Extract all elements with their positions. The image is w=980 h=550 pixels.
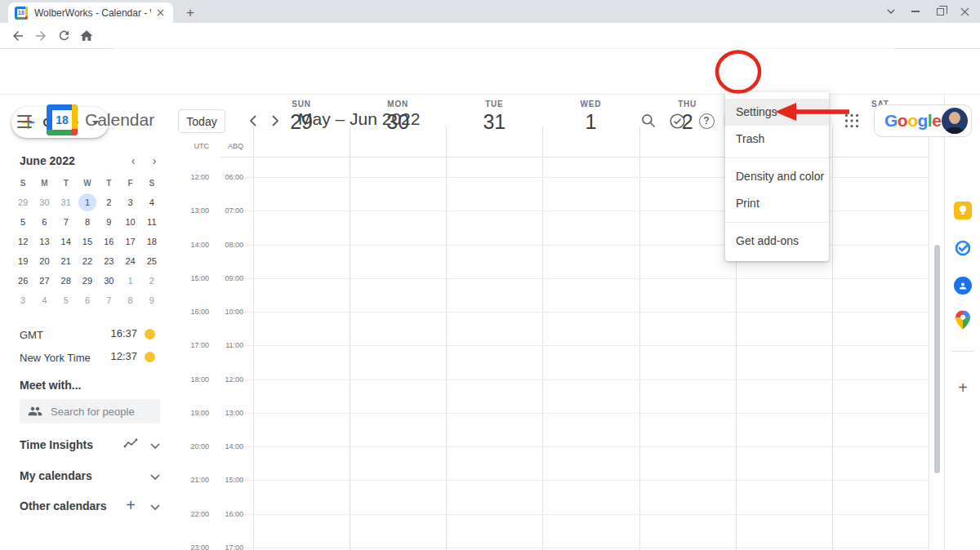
- window-close-button[interactable]: [952, 0, 977, 23]
- side-panel: + ›: [944, 95, 980, 550]
- minical-day[interactable]: 29: [12, 193, 33, 212]
- minical-day[interactable]: 25: [141, 251, 163, 271]
- menu-item-print[interactable]: Print: [725, 190, 829, 217]
- restore-button[interactable]: [928, 0, 952, 23]
- minical-next-icon[interactable]: ›: [148, 154, 161, 167]
- minical-day[interactable]: 11: [141, 212, 163, 232]
- minical-day[interactable]: 8: [119, 291, 140, 310]
- minical-day[interactable]: 29: [77, 271, 98, 291]
- minical-day[interactable]: 17: [119, 232, 140, 251]
- minical-day[interactable]: 9: [141, 291, 163, 310]
- main-menu-hamburger-icon[interactable]: [15, 112, 34, 131]
- grid-hour-line: [242, 514, 929, 515]
- back-icon[interactable]: [7, 24, 29, 47]
- minical-day[interactable]: 31: [56, 193, 77, 212]
- timezone-label-abq[interactable]: ABQ: [216, 142, 243, 150]
- check-circle-icon[interactable]: [667, 111, 687, 131]
- minical-day[interactable]: 1: [119, 271, 140, 291]
- minical-day-letter: W: [77, 173, 98, 193]
- other-calendars-section[interactable]: Other calendars +: [20, 498, 160, 514]
- minical-day-letters: SMTWTFS: [12, 173, 163, 193]
- tab-close-icon[interactable]: [154, 7, 167, 20]
- tab-search-chevron-icon[interactable]: [879, 0, 903, 23]
- add-calendar-plus-icon[interactable]: +: [126, 496, 136, 515]
- google-apps-grid-icon[interactable]: [842, 111, 862, 131]
- new-tab-button[interactable]: +: [181, 4, 199, 22]
- minical-day[interactable]: 24: [119, 251, 140, 271]
- minical-day[interactable]: 30: [98, 271, 119, 291]
- minical-day[interactable]: 27: [33, 271, 55, 291]
- keep-icon[interactable]: [954, 202, 972, 220]
- chevron-down-icon[interactable]: [150, 499, 160, 514]
- minical-day[interactable]: 9: [98, 212, 119, 232]
- vertical-scrollbar[interactable]: [934, 245, 940, 473]
- minical-prev-icon[interactable]: ‹: [127, 154, 140, 167]
- reload-icon[interactable]: [52, 24, 75, 47]
- minical-day[interactable]: 10: [119, 212, 140, 232]
- avatar[interactable]: [942, 108, 968, 134]
- tasks-icon[interactable]: [954, 239, 972, 257]
- time-label-abq: 09:00: [216, 274, 243, 282]
- search-icon[interactable]: [639, 111, 658, 131]
- maps-icon[interactable]: [954, 311, 972, 329]
- minical-day[interactable]: 7: [98, 291, 119, 310]
- minical-day-number: 29: [14, 193, 32, 211]
- home-icon[interactable]: [75, 24, 98, 47]
- minical-day[interactable]: 12: [12, 232, 33, 251]
- minical-day[interactable]: 20: [33, 251, 55, 271]
- menu-item-settings[interactable]: Settings: [725, 99, 829, 126]
- prev-week-chevron-icon[interactable]: [243, 112, 261, 130]
- minical-day[interactable]: 5: [56, 291, 77, 310]
- minical-day[interactable]: 2: [98, 193, 119, 212]
- timezone-label-utc[interactable]: UTC: [181, 142, 209, 150]
- search-people-input[interactable]: Search for people: [20, 399, 160, 424]
- minical-day-number: 28: [57, 272, 75, 290]
- day-header[interactable]: WED1: [542, 100, 639, 149]
- minical-day[interactable]: 19: [12, 251, 33, 271]
- minical-day[interactable]: 7: [56, 212, 77, 232]
- day-header[interactable]: TUE31: [446, 100, 542, 149]
- minical-day[interactable]: 1: [77, 193, 98, 212]
- grid-column-line: [253, 126, 254, 550]
- menu-item-get-add-ons[interactable]: Get add-ons: [725, 228, 829, 255]
- menu-item-density-and-color[interactable]: Density and color: [725, 163, 829, 190]
- minical-day[interactable]: 16: [98, 232, 119, 251]
- menu-item-trash[interactable]: Trash: [725, 126, 829, 153]
- minical-day[interactable]: 18: [141, 232, 163, 251]
- minical-day[interactable]: 8: [77, 212, 98, 232]
- minical-day[interactable]: 3: [12, 291, 33, 310]
- chevron-down-icon[interactable]: [150, 438, 160, 453]
- minical-day[interactable]: 4: [33, 291, 55, 310]
- today-button[interactable]: Today: [178, 109, 225, 133]
- minical-day[interactable]: 28: [56, 271, 77, 291]
- minical-day[interactable]: 30: [33, 193, 55, 212]
- browser-tab[interactable]: 18 WolberWorks - Calendar - Week o: [8, 2, 173, 23]
- chevron-down-icon[interactable]: [150, 469, 160, 484]
- my-calendars-section[interactable]: My calendars: [20, 468, 160, 484]
- minical-day-number: 21: [57, 252, 75, 270]
- minical-day[interactable]: 2: [141, 271, 163, 291]
- next-week-chevron-icon[interactable]: [266, 112, 284, 130]
- minical-day[interactable]: 5: [12, 212, 33, 232]
- minical-day-number: 3: [14, 291, 32, 309]
- minical-day[interactable]: 4: [141, 193, 163, 212]
- minimize-button[interactable]: [903, 0, 928, 23]
- minical-day[interactable]: 26: [12, 271, 33, 291]
- google-logo-letter: o: [907, 111, 917, 130]
- minical-day[interactable]: 23: [98, 251, 119, 271]
- minical-day[interactable]: 6: [33, 212, 55, 232]
- grid-hour-line: [242, 548, 929, 548]
- minical-day[interactable]: 6: [77, 291, 98, 310]
- get-add-ons-plus-icon[interactable]: +: [954, 379, 972, 397]
- minical-day[interactable]: 14: [56, 232, 77, 251]
- minical-day[interactable]: 15: [77, 232, 98, 251]
- forward-icon[interactable]: [29, 24, 52, 47]
- minical-day[interactable]: 22: [77, 251, 98, 271]
- time-insights-section[interactable]: Time Insights: [20, 437, 160, 453]
- minical-day[interactable]: 21: [56, 251, 77, 271]
- minical-day[interactable]: 13: [33, 232, 55, 251]
- sparkline-icon: [123, 437, 139, 453]
- help-icon[interactable]: ?: [697, 111, 716, 131]
- contacts-icon[interactable]: [954, 277, 972, 295]
- minical-day[interactable]: 3: [119, 193, 140, 212]
